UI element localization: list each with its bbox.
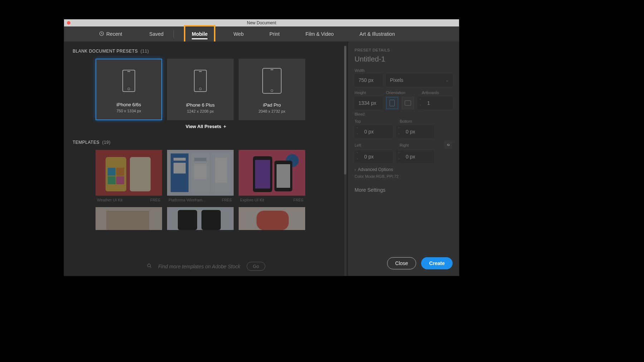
svg-rect-24 (106, 211, 149, 230)
svg-rect-25 (167, 207, 234, 230)
view-all-presets-button[interactable]: View All Presets+ (73, 124, 339, 129)
template-thumb (167, 150, 234, 196)
tab-mobile-label: Mobile (192, 31, 208, 37)
height-input[interactable]: 1334 px (355, 97, 382, 109)
view-all-label: View All Presets (186, 124, 221, 129)
color-mode-summary: Color Mode:RGB, PPI:72 (355, 174, 453, 178)
template-price: FREE (150, 198, 161, 202)
template-name: Explore UI Kit (240, 198, 264, 202)
portrait-icon (390, 100, 395, 106)
chevron-down-icon: ˅ (418, 103, 423, 109)
bleed-top-input[interactable]: 0 px (360, 126, 392, 138)
advanced-options-toggle[interactable]: ›Advanced Options (355, 167, 453, 172)
svg-rect-16 (215, 158, 227, 183)
bleed-bottom-stepper[interactable]: ˄˅ (396, 126, 402, 138)
window-close-traffic-light[interactable] (67, 21, 70, 25)
tab-print-label: Print (269, 31, 280, 37)
presets-heading-count: (11) (141, 49, 149, 54)
tab-film-video[interactable]: Film & Video (299, 26, 340, 41)
preset-card-ipad-pro[interactable]: iPad Pro 2048 x 2732 px (239, 59, 305, 120)
search-placeholder: Find more templates on Adobe Stock (158, 264, 240, 269)
template-card[interactable]: Platforma Wirefram... FREE (167, 150, 234, 207)
tab-print[interactable]: Print (263, 26, 286, 41)
width-input[interactable]: 750 px (355, 74, 382, 86)
orientation-landscape-button[interactable] (402, 97, 414, 109)
preset-card-iphone-6[interactable]: iPhone 6/6s 750 x 1334 px (96, 59, 162, 120)
preset-size: 2048 x 2732 px (258, 109, 285, 113)
template-card[interactable]: Explore UI Kit FREE (239, 150, 305, 207)
close-button[interactable]: Close (387, 257, 416, 269)
bleed-right-stepper[interactable]: ˄˅ (396, 151, 402, 163)
artboards-input[interactable]: 1 (423, 97, 453, 109)
svg-line-31 (150, 266, 151, 268)
presets-heading-label: BLANK DOCUMENT PRESETS (73, 49, 138, 54)
bleed-left-input[interactable]: 0 px (360, 151, 392, 163)
template-thumb (239, 150, 305, 196)
templates-heading: TEMPLATES (19) (73, 140, 339, 145)
templates-heading-label: TEMPLATES (73, 140, 99, 145)
search-go-button[interactable]: Go (247, 262, 265, 271)
template-price: FREE (293, 198, 304, 202)
main-presets-panel: BLANK DOCUMENT PRESETS (11) iPhone 6/6s … (64, 41, 348, 276)
new-document-dialog: New Document Recent Saved Mobile Web Pri… (64, 19, 459, 276)
left-label: Left (355, 143, 361, 147)
scrollbar-thumb[interactable] (344, 46, 346, 175)
tablet-icon (262, 68, 282, 94)
details-heading: PRESET DETAILS (355, 48, 453, 52)
svg-rect-13 (174, 163, 186, 173)
svg-rect-14 (194, 158, 206, 161)
link-bleed-icon[interactable] (444, 141, 453, 149)
svg-rect-1 (96, 150, 162, 196)
landscape-icon (405, 101, 411, 106)
svg-rect-15 (194, 164, 206, 179)
artboards-label: Artboards (422, 90, 439, 95)
bleed-top-stepper[interactable]: ˄˅ (355, 126, 360, 138)
svg-rect-7 (130, 157, 151, 191)
template-thumb[interactable] (239, 207, 305, 230)
template-card[interactable]: Weather UI Kit FREE (96, 150, 162, 207)
preset-name: iPad Pro (263, 102, 281, 108)
chevron-right-icon: › (355, 168, 356, 172)
preset-name: iPhone 6/6s (117, 102, 141, 107)
plus-icon: + (224, 124, 226, 129)
template-search[interactable]: Find more templates on Adobe Stock Go (147, 262, 265, 271)
tab-web[interactable]: Web (227, 26, 250, 41)
templates-heading-count: (19) (102, 140, 111, 145)
document-name-field[interactable]: Untitled-1 (355, 55, 453, 63)
chevron-down-icon: ⌄ (445, 78, 449, 83)
svg-rect-6 (116, 176, 124, 184)
tab-separator (174, 30, 174, 38)
bleed-left-stepper[interactable]: ˄˅ (355, 151, 360, 163)
svg-rect-29 (257, 211, 289, 230)
orientation-portrait-button[interactable] (386, 97, 398, 109)
recent-icon (99, 31, 104, 37)
more-settings-button[interactable]: More Settings (355, 187, 453, 193)
titlebar: New Document (64, 19, 459, 26)
preset-size: 1242 x 2208 px (187, 109, 214, 113)
create-button[interactable]: Create (421, 257, 453, 269)
tab-saved-label: Saved (149, 31, 164, 37)
template-thumb[interactable] (96, 207, 162, 230)
template-thumb[interactable] (167, 207, 234, 230)
bleed-right-input[interactable]: 0 px (402, 151, 434, 163)
preset-card-iphone-6-plus[interactable]: iPhone 6 Plus 1242 x 2208 px (167, 59, 234, 120)
template-price: FREE (222, 198, 232, 202)
units-select[interactable]: Pixels ⌄ (386, 74, 453, 86)
tab-saved[interactable]: Saved (143, 26, 170, 41)
templates-grid: Weather UI Kit FREE Platforma Wirefram..… (73, 150, 339, 230)
svg-rect-26 (178, 210, 197, 230)
tab-mobile[interactable]: Mobile (185, 26, 214, 41)
bleed-bottom-input[interactable]: 0 px (402, 126, 434, 138)
phone-icon (194, 70, 207, 92)
svg-rect-22 (277, 164, 290, 188)
height-label: Height (355, 90, 366, 95)
tab-art-illustration[interactable]: Art & Illustration (353, 26, 401, 41)
svg-point-30 (147, 264, 150, 267)
artboards-stepper[interactable]: ˄˅ (418, 97, 423, 109)
preset-name: iPhone 6 Plus (186, 102, 215, 108)
tab-recent[interactable]: Recent (93, 26, 128, 41)
right-label: Right (400, 143, 409, 147)
tab-web-label: Web (233, 31, 244, 37)
blank-presets-heading: BLANK DOCUMENT PRESETS (11) (73, 49, 339, 54)
width-label: Width (355, 68, 453, 73)
